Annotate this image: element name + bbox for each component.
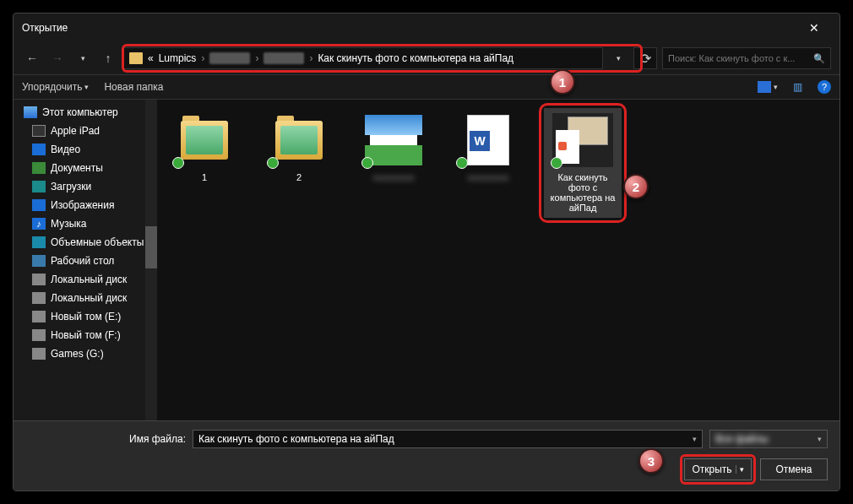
open-button[interactable]: Открыть ▾ bbox=[684, 458, 752, 480]
sidebar-item-disk-g[interactable]: Games (G:) bbox=[14, 344, 157, 363]
sidebar-item-disk-c[interactable]: Локальный диск bbox=[14, 270, 157, 289]
filename-input[interactable]: Как скинуть фото с компьютера на айПад ▾ bbox=[193, 430, 703, 448]
file-selected[interactable]: Как скинуть фото с компьютера на айПад bbox=[544, 108, 622, 218]
cube-icon bbox=[32, 236, 46, 248]
breadcrumb-1[interactable]: Lumpics bbox=[159, 52, 197, 64]
chevron-down-icon: ▾ bbox=[84, 83, 89, 91]
footer: Имя файла: Как скинуть фото с компьютера… bbox=[14, 420, 839, 490]
search-icon: 🔍 bbox=[813, 53, 825, 64]
folder-icon bbox=[129, 52, 143, 64]
device-icon bbox=[32, 125, 46, 137]
chevron-down-icon: ▾ bbox=[818, 435, 822, 443]
help-button[interactable]: ? bbox=[818, 80, 831, 94]
breadcrumb-4[interactable]: Как скинуть фото с компьютера на айПад bbox=[318, 52, 513, 64]
dialog-title: Открытие bbox=[22, 22, 68, 34]
sidebar-item-ipad[interactable]: Apple iPad bbox=[14, 122, 157, 140]
file-folder-1[interactable]: 1 bbox=[166, 108, 243, 187]
file-label-blurred: xxxxxxxxx bbox=[467, 172, 509, 182]
download-icon bbox=[32, 181, 46, 192]
address-dropdown[interactable]: ▾ bbox=[608, 48, 628, 68]
cancel-button[interactable]: Отмена bbox=[760, 458, 828, 480]
filetype-select[interactable]: Все файлы ▾ bbox=[709, 430, 828, 448]
chevron-down-icon[interactable]: ▾ bbox=[693, 435, 697, 443]
search-placeholder: Поиск: Как скинуть фото с к... bbox=[668, 53, 810, 63]
sidebar-item-documents[interactable]: Документы bbox=[14, 159, 157, 177]
sidebar-item-downloads[interactable]: Загрузки bbox=[14, 177, 157, 196]
history-dropdown[interactable]: ▾ bbox=[73, 48, 93, 68]
file-label-blurred: xxxxxxxxx bbox=[372, 172, 415, 182]
open-dialog: Открытие ✕ ← → ▾ ↑ « Lumpics › xxxx › xx… bbox=[13, 13, 840, 491]
chevron-right-icon: › bbox=[309, 52, 312, 64]
sidebar: Этот компьютер Apple iPad Видео Документ… bbox=[14, 100, 157, 420]
view-mode-button[interactable]: ▥ bbox=[793, 81, 802, 93]
new-folder-button[interactable]: Новая папка bbox=[104, 81, 163, 93]
word-icon: W bbox=[467, 115, 509, 165]
sync-icon bbox=[551, 157, 562, 169]
sync-icon bbox=[267, 157, 279, 169]
image-icon bbox=[370, 117, 417, 164]
breadcrumb-2-blurred[interactable]: xxxx bbox=[209, 52, 250, 64]
picture-icon bbox=[758, 81, 771, 93]
file-folder-2[interactable]: 2 bbox=[260, 108, 338, 187]
pc-icon bbox=[24, 106, 37, 118]
disk-icon bbox=[32, 348, 46, 360]
sidebar-item-this-pc[interactable]: Этот компьютер bbox=[14, 103, 157, 122]
file-label: 1 bbox=[202, 172, 207, 182]
view-options[interactable]: ▾ bbox=[758, 81, 778, 93]
sync-icon bbox=[456, 157, 468, 169]
titlebar: Открытие ✕ bbox=[14, 14, 839, 42]
sidebar-item-3d[interactable]: Объемные объекты bbox=[14, 233, 157, 252]
split-button-arrow[interactable]: ▾ bbox=[736, 465, 744, 474]
disk-icon bbox=[32, 292, 46, 304]
sync-icon bbox=[172, 157, 184, 169]
file-image[interactable]: xxxxxxxxx bbox=[355, 108, 432, 187]
sidebar-item-videos[interactable]: Видео bbox=[14, 140, 157, 159]
pictures-icon bbox=[32, 199, 46, 211]
file-list[interactable]: 1 2 xxxxxxxxx W xxxxxxxxx Как скинуть фо… bbox=[157, 100, 839, 420]
breadcrumb-root: « bbox=[148, 52, 154, 64]
forward-button[interactable]: → bbox=[47, 48, 68, 68]
file-word[interactable]: W xxxxxxxxx bbox=[449, 108, 527, 187]
organize-menu[interactable]: Упорядочить ▾ bbox=[22, 81, 89, 93]
sidebar-scrollbar-thumb[interactable] bbox=[145, 226, 157, 268]
disk-icon bbox=[32, 329, 46, 341]
chevron-right-icon: › bbox=[255, 52, 258, 64]
sync-icon bbox=[361, 157, 373, 169]
toolbar: Упорядочить ▾ Новая папка ▾ ▥ ? bbox=[14, 74, 839, 100]
nav-row: ← → ▾ ↑ « Lumpics › xxxx › xxxx › Как ск… bbox=[14, 42, 839, 74]
back-button[interactable]: ← bbox=[22, 48, 42, 68]
sidebar-item-disk-e[interactable]: Новый том (E:) bbox=[14, 307, 157, 326]
file-label: 2 bbox=[296, 172, 302, 182]
sidebar-item-music[interactable]: ♪Музыка bbox=[14, 214, 157, 233]
document-icon bbox=[32, 162, 46, 174]
address-bar[interactable]: « Lumpics › xxxx › xxxx › Как скинуть фо… bbox=[123, 47, 603, 69]
sidebar-item-disk-d[interactable]: Локальный диск bbox=[14, 289, 157, 307]
video-icon bbox=[32, 144, 46, 155]
up-button[interactable]: ↑ bbox=[98, 48, 118, 68]
sidebar-item-desktop[interactable]: Рабочий стол bbox=[14, 252, 157, 270]
main-area: Этот компьютер Apple iPad Видео Документ… bbox=[14, 100, 839, 420]
callout-2: 2 bbox=[623, 174, 649, 199]
breadcrumb-3-blurred[interactable]: xxxx bbox=[264, 52, 304, 64]
desktop-icon bbox=[32, 255, 46, 267]
chevron-right-icon: › bbox=[201, 52, 204, 64]
disk-icon bbox=[32, 274, 46, 285]
filename-label: Имя файла: bbox=[25, 433, 186, 445]
refresh-button[interactable]: ⟳ bbox=[633, 47, 657, 69]
folder-icon bbox=[181, 121, 228, 160]
sidebar-item-disk-f[interactable]: Новый том (F:) bbox=[14, 326, 157, 344]
music-icon: ♪ bbox=[32, 218, 46, 230]
folder-icon bbox=[275, 121, 323, 160]
sidebar-item-pictures[interactable]: Изображения bbox=[14, 196, 157, 214]
close-button[interactable]: ✕ bbox=[797, 21, 831, 35]
search-input[interactable]: Поиск: Как скинуть фото с к... 🔍 bbox=[662, 47, 831, 69]
disk-icon bbox=[32, 311, 46, 322]
file-label: Как скинуть фото с компьютера на айПад bbox=[546, 172, 620, 213]
